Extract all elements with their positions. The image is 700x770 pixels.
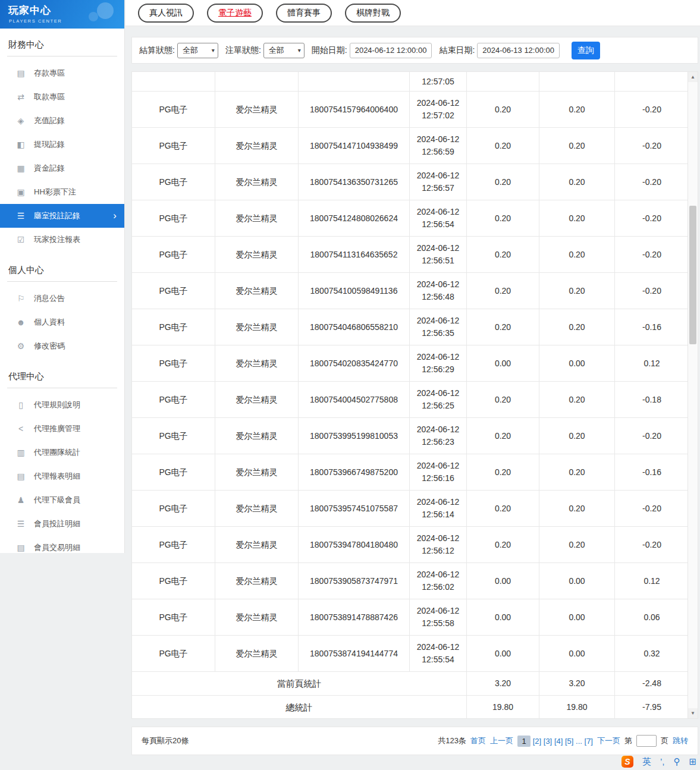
withdraw-icon: ⇄ bbox=[15, 92, 26, 102]
cell-valid-bet: 0.00 bbox=[539, 636, 615, 672]
sidebar-item-cashout-record[interactable]: ◧提現記錄 bbox=[0, 133, 124, 156]
sidebar-item-room-bet-record[interactable]: ☰廳室投註記錄› bbox=[0, 204, 124, 228]
page-link[interactable]: [4] bbox=[554, 737, 563, 746]
soft-keyboard-icon[interactable]: ⊞ bbox=[689, 756, 696, 768]
cell-bet-amount bbox=[467, 72, 539, 92]
cell-valid-bet: 0.20 bbox=[539, 309, 615, 345]
cell-profit: 0.32 bbox=[615, 636, 689, 672]
sidebar-section-heading: 個人中心 bbox=[7, 254, 117, 282]
announcement-bell-icon: ⚐ bbox=[15, 294, 26, 303]
sidebar-item-recharge-record[interactable]: ◈充值記錄 bbox=[0, 109, 124, 133]
cell-order: 1800753957451075587 bbox=[299, 491, 410, 527]
cell-profit: -0.20 bbox=[615, 418, 689, 454]
sidebar-item-member-trade-detail[interactable]: ▤會員交易明細 bbox=[0, 536, 124, 560]
cell-valid-bet: 0.20 bbox=[539, 527, 615, 563]
cell-datetime: 2024-06-1212:56:54 bbox=[410, 200, 467, 237]
scrollbar-up-arrow-icon[interactable]: ▲ bbox=[688, 72, 698, 82]
cell-profit: -0.16 bbox=[615, 454, 689, 491]
cell-order: 1800753947804180480 bbox=[299, 527, 410, 563]
sidebar-item-label: 修改密碼 bbox=[34, 341, 65, 351]
sidebar-item-label: 代理下級會員 bbox=[34, 495, 80, 505]
first-page-link[interactable]: 首页 bbox=[470, 736, 486, 746]
sidebar-item-player-bet-report[interactable]: ☑玩家投注報表 bbox=[0, 228, 124, 252]
cell-platform: PG电子 bbox=[132, 237, 215, 273]
page-link[interactable]: ... bbox=[576, 737, 582, 746]
sidebar-item-funds-record[interactable]: ▦資金記錄 bbox=[0, 156, 124, 180]
records-table: 12:57:05 PG电子爱尔兰精灵1800754157964006400202… bbox=[132, 72, 689, 718]
table-row: PG电子爱尔兰精灵18007541471049384992024-06-1212… bbox=[132, 128, 689, 164]
cell-bet-amount: 0.20 bbox=[467, 382, 539, 418]
scrollbar-thumb[interactable] bbox=[689, 206, 696, 344]
cell-order: 1800753995199810053 bbox=[299, 418, 410, 454]
tab-electronic-games[interactable]: 電子遊藝 bbox=[207, 4, 263, 23]
start-date-label: 開始日期: bbox=[312, 45, 347, 56]
page-link[interactable]: [2] bbox=[533, 737, 541, 746]
sidebar-item-hh-lottery-bet[interactable]: ▣HH彩票下注 bbox=[0, 180, 124, 204]
table-row: PG电子爱尔兰精灵18007540468065582102024-06-1212… bbox=[132, 309, 689, 345]
next-page-link[interactable]: 下一页 bbox=[597, 736, 620, 746]
date-line: 2024-06-12 bbox=[417, 97, 460, 109]
page-link[interactable]: [7] bbox=[585, 737, 593, 746]
jump-button[interactable]: 跳转 bbox=[673, 736, 688, 746]
sidebar-item-deposit[interactable]: ▤存款專區 bbox=[0, 61, 124, 85]
summary-valid-bet: 19.80 bbox=[539, 696, 615, 718]
tab-sports[interactable]: 體育賽事 bbox=[276, 4, 332, 23]
cell-profit: -0.20 bbox=[615, 273, 689, 309]
tab-live-casino[interactable]: 真人視訊 bbox=[138, 4, 194, 23]
cell-valid-bet: 0.20 bbox=[539, 128, 615, 164]
sidebar-item-announcements[interactable]: ⚐消息公告 bbox=[0, 287, 124, 310]
page-link[interactable]: [3] bbox=[544, 737, 552, 746]
sidebar-item-agent-report-detail[interactable]: ▤代理報表明細 bbox=[0, 464, 124, 488]
cell-datetime: 2024-06-1212:55:54 bbox=[410, 636, 467, 672]
sidebar-item-agent-promotion[interactable]: <代理推廣管理 bbox=[0, 417, 124, 441]
settle-status-select[interactable]: 全部 ▾ bbox=[177, 43, 218, 58]
sidebar-header: 玩家中心 PLAYERS CENTER bbox=[0, 0, 124, 29]
sidebar-item-profile[interactable]: ☻個人資料 bbox=[0, 310, 124, 334]
end-date-input[interactable]: 2024-06-13 12:00:00 bbox=[477, 43, 560, 58]
sidebar-section-heading: 代理中心 bbox=[7, 360, 117, 388]
cell-game: 爱尔兰精灵 bbox=[215, 527, 299, 563]
sidebar-item-label: 存款專區 bbox=[34, 68, 65, 78]
tab-board-games[interactable]: 棋牌對戰 bbox=[345, 4, 401, 23]
cell-datetime: 2024-06-1212:56:25 bbox=[410, 382, 467, 418]
search-button[interactable]: 查詢 bbox=[572, 42, 600, 59]
sidebar-item-agent-sub-members[interactable]: ♟代理下級會員 bbox=[0, 488, 124, 512]
input-language-icon[interactable]: 英 bbox=[642, 756, 651, 768]
cell-datetime: 12:57:05 bbox=[410, 72, 467, 92]
sogou-logo-icon[interactable]: S bbox=[621, 756, 633, 768]
sidebar-item-change-password[interactable]: ⚙修改密碼 bbox=[0, 334, 124, 358]
sidebar-item-member-bet-detail[interactable]: ☰會員投註明細 bbox=[0, 512, 124, 536]
sidebar-item-withdraw[interactable]: ⇄取款專區 bbox=[0, 85, 124, 109]
voice-input-icon[interactable]: ⚲ bbox=[673, 756, 680, 768]
table-summary: 當前頁統計3.203.20-2.48總統計19.8019.80-7.95 bbox=[132, 672, 689, 718]
table-row-partial: 12:57:05 bbox=[132, 72, 689, 92]
prev-page-link[interactable]: 上一页 bbox=[490, 736, 513, 746]
order-status-select[interactable]: 全部 ▾ bbox=[263, 43, 305, 58]
sidebar-item-agent-rules[interactable]: ▯代理規則說明 bbox=[0, 393, 124, 417]
cell-valid-bet: 0.20 bbox=[539, 164, 615, 200]
start-date-input[interactable]: 2024-06-12 12:00:00 bbox=[350, 43, 432, 58]
jump-page-input[interactable] bbox=[636, 735, 657, 747]
summary-valid-bet: 3.20 bbox=[539, 672, 615, 696]
cell-datetime: 2024-06-1212:56:29 bbox=[410, 345, 467, 382]
table-row: PG电子爱尔兰精灵18007541005984911362024-06-1212… bbox=[132, 273, 689, 309]
current-page[interactable]: 1 bbox=[517, 736, 531, 747]
records-table-panel: 12:57:05 PG电子爱尔兰精灵1800754157964006400202… bbox=[131, 71, 698, 719]
cell-profit: -0.20 bbox=[615, 491, 689, 527]
punctuation-icon[interactable]: ’, bbox=[660, 756, 665, 768]
cell-valid-bet: 0.20 bbox=[539, 273, 615, 309]
cell-game: 爱尔兰精灵 bbox=[215, 454, 299, 491]
time-line: 12:56:59 bbox=[422, 146, 454, 158]
sidebar-item-label: 代理規則說明 bbox=[34, 400, 80, 410]
sidebar-item-label: 個人資料 bbox=[34, 317, 65, 328]
date-line: 2024-06-12 bbox=[417, 206, 460, 218]
page-link[interactable]: [5] bbox=[565, 737, 573, 746]
time-line: 12:56:23 bbox=[422, 436, 454, 448]
cell-order: 1800754157964006400 bbox=[299, 92, 410, 128]
scrollbar-down-arrow-icon[interactable]: ▼ bbox=[688, 708, 698, 718]
table-scrollbar[interactable]: ▲ ▼ bbox=[688, 72, 698, 718]
cashout-record-icon: ◧ bbox=[15, 140, 26, 149]
cell-bet-amount: 0.20 bbox=[467, 491, 539, 527]
list-icon: ☰ bbox=[15, 519, 26, 529]
sidebar-item-agent-team-stats[interactable]: ▥代理團隊統計 bbox=[0, 441, 124, 464]
